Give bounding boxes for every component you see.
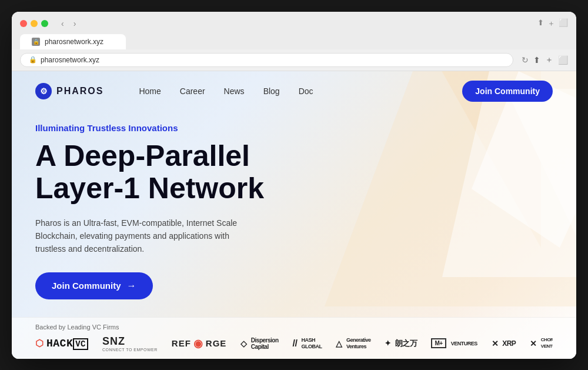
hashglobal-icon: // (293, 338, 298, 349)
hackvc-text: HACKVC (46, 338, 88, 349)
chorus-icon: ✕ (530, 339, 537, 348)
share-button[interactable]: ⬆ (533, 55, 540, 65)
logo-area: ⚙ PHAROS (35, 83, 103, 99)
share-icon[interactable]: ⬆ (537, 18, 544, 29)
logo-text: PHAROS (56, 86, 103, 96)
refresh-button[interactable]: ↻ (522, 55, 529, 65)
vc-logo-reforge: REF◉RGE (172, 337, 227, 350)
snz-tagline: CONNECT TO EMPOWER (102, 348, 158, 352)
tab-title: pharosnetwork.xyz (45, 38, 114, 46)
close-button[interactable] (20, 20, 27, 27)
m-ventures-text: VENTURES (451, 341, 477, 346)
hero-title-line1: A Deep-Parallel (35, 139, 250, 172)
active-tab[interactable]: 🔒 pharosnetwork.xyz (20, 34, 126, 49)
reading-list-button[interactable]: ⬜ (558, 55, 568, 65)
address-bar-row: 🔒 pharosnetwork.xyz ↻ ⬆ ＋ ⬜ (12, 49, 576, 71)
browser-window: ‹ › ⬆ ＋ ⬜ 🔒 pharosnetwork.xyz 🔒 pharosne… (12, 12, 576, 359)
sidebar-icon[interactable]: ⬜ (559, 18, 568, 29)
url-text: pharosnetwork.xyz (41, 56, 99, 64)
dispersion-icon: ◇ (240, 339, 247, 348)
hero-join-community-button[interactable]: Join Community → (35, 272, 153, 299)
vc-section: Backed by Leading VC Firms ⬡ HACKVC SNZ … (12, 317, 576, 359)
generative-icon: △ (336, 339, 342, 348)
dispersion-capital: Capital (251, 344, 279, 350)
nav-link-blog[interactable]: Blog (263, 86, 280, 96)
nav-join-community-button[interactable]: Join Community (462, 81, 553, 102)
browser-chrome: ‹ › ⬆ ＋ ⬜ 🔒 pharosnetwork.xyz (12, 12, 576, 49)
website-content: ⚙ PHAROS Home Career News Blog Doc Join … (12, 71, 576, 359)
vc-logo-generative: △ GenerativeVentures (336, 337, 370, 350)
vc-logo-chinese: ✦ 朗之万 (385, 338, 417, 349)
xrp-icon: ✕ (492, 339, 499, 348)
chinese-icon: ✦ (385, 339, 391, 348)
cta-arrow-icon: → (127, 281, 136, 291)
tab-bar: 🔒 pharosnetwork.xyz (20, 34, 568, 49)
address-bar[interactable]: 🔒 pharosnetwork.xyz (20, 53, 513, 67)
vc-logo-m-ventures: M+ VENTURES (431, 338, 477, 348)
browser-nav: ‹ › (59, 18, 78, 29)
vc-logo-hashglobal: // HASHGLOBAL (293, 337, 322, 350)
window-controls: ⬆ ＋ ⬜ (537, 18, 568, 29)
hackvc-icon: ⬡ (35, 338, 44, 349)
lock-icon: 🔒 (29, 56, 37, 64)
site-nav: ⚙ PHAROS Home Career News Blog Doc Join … (12, 71, 576, 111)
minimize-button[interactable] (31, 20, 38, 27)
hero-section: Illuminating Trustless Innovations A Dee… (12, 111, 576, 317)
nav-link-news[interactable]: News (224, 86, 245, 96)
vc-logo-snz: SNZ CONNECT TO EMPOWER (102, 335, 158, 352)
tab-favicon: 🔒 (32, 38, 40, 46)
hero-title: A Deep-Parallel Layer-1 Network (35, 140, 341, 205)
hero-description: Pharos is an Ultra-fast, EVM-compatible,… (35, 216, 247, 256)
hero-tagline: Illuminating Trustless Innovations (35, 123, 553, 133)
hashglobal-text: HASHGLOBAL (301, 337, 322, 350)
nav-link-career[interactable]: Career (180, 86, 205, 96)
reforge-o-icon: ◉ (193, 337, 203, 350)
vc-logos: ⬡ HACKVC SNZ CONNECT TO EMPOWER REF◉RGE … (35, 335, 553, 352)
new-tab-icon[interactable]: ＋ (547, 18, 555, 29)
add-bookmark-button[interactable]: ＋ (545, 55, 553, 65)
dispersion-name: Dispersion (251, 337, 279, 344)
toolbar-right: ⬆ ＋ ⬜ (533, 55, 568, 65)
hero-title-line2: Layer-1 Network (35, 172, 264, 205)
generative-text: GenerativeVentures (346, 337, 371, 350)
pharos-logo-icon: ⚙ (35, 83, 52, 99)
vc-logo-hackvc: ⬡ HACKVC (35, 338, 88, 349)
vc-logo-chorus: ✕ CHORUS ONEVENTURES (530, 337, 553, 349)
forward-button[interactable]: › (71, 18, 79, 29)
maximize-button[interactable] (41, 20, 48, 27)
snz-name: SNZ (102, 335, 158, 348)
hero-cta-label: Join Community (52, 281, 121, 291)
m-ventures-badge: M+ (431, 338, 446, 348)
back-button[interactable]: ‹ (59, 18, 66, 29)
xrp-text: XRP (502, 339, 516, 348)
vc-logo-xrp: ✕ XRP (492, 339, 516, 348)
nav-link-doc[interactable]: Doc (299, 86, 313, 96)
vc-label: Backed by Leading VC Firms (35, 324, 553, 331)
traffic-lights (20, 20, 48, 27)
nav-link-home[interactable]: Home (139, 86, 161, 96)
nav-links: Home Career News Blog Doc (139, 86, 462, 96)
chinese-name: 朗之万 (395, 338, 417, 349)
chorus-text: CHORUS ONEVENTURES (541, 337, 553, 349)
vc-logo-dispersion: ◇ Dispersion Capital (240, 337, 278, 350)
